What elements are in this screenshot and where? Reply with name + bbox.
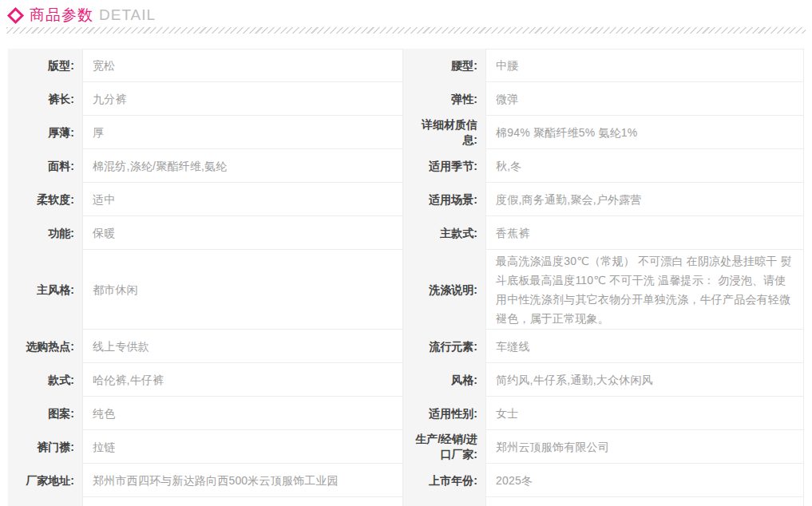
- param-label: 面料:: [8, 149, 82, 183]
- param-row: 弹性:微弹: [403, 82, 804, 116]
- param-label: 主风格:: [8, 250, 82, 330]
- param-value: [485, 497, 804, 506]
- param-label: 款式:: [8, 363, 82, 397]
- param-label: 功能:: [8, 216, 82, 250]
- param-value: 郑州市西四环与新达路向西500米云顶服饰工业园: [82, 464, 403, 497]
- param-label: 主款式:: [403, 216, 485, 250]
- param-row: 详细材质信息:棉94% 聚酯纤维5% 氨纶1%: [403, 116, 804, 149]
- param-value: 简约风,牛仔系,通勤,大众休闲风: [485, 363, 804, 397]
- param-label: 适用场景:: [403, 183, 485, 216]
- param-label: 适用季节:: [403, 149, 485, 183]
- param-row: 厂家地址:郑州市西四环与新达路向西500米云顶服饰工业园: [8, 464, 403, 497]
- param-row: 主风格:都市休闲: [8, 250, 403, 330]
- param-value: 微弹: [485, 82, 804, 116]
- param-label: 版型:: [8, 49, 82, 82]
- param-value: 线上专供款: [82, 330, 403, 363]
- param-value: 都市休闲: [82, 250, 403, 330]
- param-value: 车缝线: [485, 330, 804, 363]
- param-row: 流行元素:车缝线: [403, 330, 804, 363]
- param-label: 洗涤说明:: [403, 250, 485, 330]
- params-column-right: 腰型:中腰弹性:微弹详细材质信息:棉94% 聚酯纤维5% 氨纶1%适用季节:秋,…: [403, 49, 804, 506]
- param-label: 弹性:: [403, 82, 485, 116]
- param-value: 最高洗涤温度30℃（常规） 不可漂白 在阴凉处悬挂晾干 熨斗底板最高温度110℃…: [485, 250, 804, 330]
- param-row: 主款式:香蕉裤: [403, 216, 804, 250]
- param-value: 棉94% 聚酯纤维5% 氨纶1%: [485, 116, 804, 149]
- param-value: 宽松: [82, 49, 403, 82]
- param-value: 郑州云顶服饰有限公司: [485, 430, 804, 464]
- param-row: 厚薄:厚: [8, 116, 403, 149]
- param-label: 上市年份:: [403, 464, 485, 497]
- param-label: 选购热点:: [8, 330, 82, 363]
- param-value: 女士: [485, 397, 804, 430]
- param-row: 裤门襟:拉链: [8, 430, 403, 464]
- param-label: 生产/经销/进口厂家:: [403, 430, 485, 464]
- param-label: 详细材质信息:: [403, 116, 485, 149]
- param-label: 厂家地址:: [8, 464, 82, 497]
- param-row: 适用性别:女士: [403, 397, 804, 430]
- param-label: 风格:: [403, 363, 485, 397]
- param-label: 裤门襟:: [8, 430, 82, 464]
- param-value: 九分裤: [82, 82, 403, 116]
- param-value: 保暖: [82, 216, 403, 250]
- param-value: 香蕉裤: [485, 216, 804, 250]
- param-row: 图案:纯色: [8, 397, 403, 430]
- param-row: 款式:哈伦裤,牛仔裤: [8, 363, 403, 397]
- param-row: 适用场景:度假,商务通勤,聚会,户外露营: [403, 183, 804, 216]
- param-value: 哈伦裤,牛仔裤: [82, 363, 403, 397]
- param-label: 裤长:: [8, 82, 82, 116]
- param-row: 洗涤说明:最高洗涤温度30℃（常规） 不可漂白 在阴凉处悬挂晾干 熨斗底板最高温…: [403, 250, 804, 330]
- param-row: 适用季节:秋,冬: [403, 149, 804, 183]
- param-label: 腰型:: [403, 49, 485, 82]
- param-value: 适中: [82, 183, 403, 216]
- param-label: 流行元素:: [403, 330, 485, 363]
- param-label: [8, 497, 82, 506]
- param-row: 生产/经销/进口厂家:郑州云顶服饰有限公司: [403, 430, 804, 464]
- section-header: 商品参数 DETAIL: [0, 0, 812, 24]
- param-row: 功能:保暖: [8, 216, 403, 250]
- param-row-partial: [403, 497, 804, 506]
- param-value: 度假,商务通勤,聚会,户外露营: [485, 183, 804, 216]
- param-label: 图案:: [8, 397, 82, 430]
- param-row: 面料:棉混纺,涤纶/聚酯纤维,氨纶: [8, 149, 403, 183]
- param-value: 拉链: [82, 430, 403, 464]
- param-row: 柔软度:适中: [8, 183, 403, 216]
- hatch-divider: [6, 27, 806, 34]
- param-label: 适用性别:: [403, 397, 485, 430]
- section-title-en: DETAIL: [99, 6, 156, 24]
- param-value: 秋,冬: [485, 149, 804, 183]
- product-params-table: 版型:宽松裤长:九分裤厚薄:厚面料:棉混纺,涤纶/聚酯纤维,氨纶柔软度:适中功能…: [8, 49, 804, 506]
- param-label: 厚薄:: [8, 116, 82, 149]
- param-label: 柔软度:: [8, 183, 82, 216]
- param-row-partial: [8, 497, 403, 506]
- param-value: 厚: [82, 116, 403, 149]
- param-value: 棉混纺,涤纶/聚酯纤维,氨纶: [82, 149, 403, 183]
- param-row: 腰型:中腰: [403, 49, 804, 82]
- diamond-icon: [7, 6, 24, 23]
- param-row: 裤长:九分裤: [8, 82, 403, 116]
- param-value: [82, 497, 403, 506]
- param-value: 中腰: [485, 49, 804, 82]
- param-value: 2025冬: [485, 464, 804, 497]
- section-title-cn: 商品参数: [30, 5, 93, 26]
- param-row: 版型:宽松: [8, 49, 403, 82]
- param-row: 选购热点:线上专供款: [8, 330, 403, 363]
- params-column-left: 版型:宽松裤长:九分裤厚薄:厚面料:棉混纺,涤纶/聚酯纤维,氨纶柔软度:适中功能…: [8, 49, 403, 506]
- param-value: 纯色: [82, 397, 403, 430]
- param-row: 上市年份:2025冬: [403, 464, 804, 497]
- param-label: [403, 497, 485, 506]
- param-row: 风格:简约风,牛仔系,通勤,大众休闲风: [403, 363, 804, 397]
